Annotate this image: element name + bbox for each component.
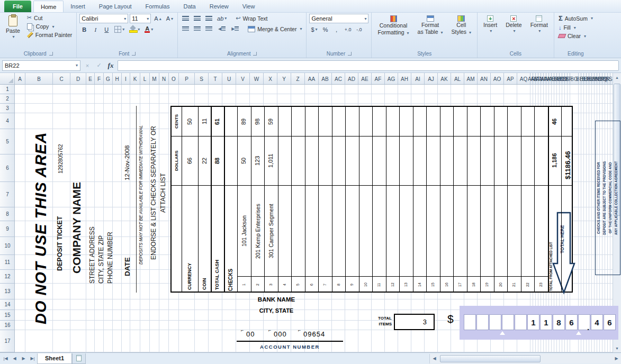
column-header-AI[interactable]: AI: [411, 73, 425, 85]
increase-decimal-button[interactable]: +.0: [343, 25, 353, 34]
percent-style-button[interactable]: %: [321, 25, 330, 34]
row-header-3[interactable]: 3: [0, 104, 15, 113]
row-header-10[interactable]: 10: [0, 237, 15, 255]
column-header-U[interactable]: U: [222, 73, 236, 85]
formula-input[interactable]: [118, 60, 619, 71]
merge-center-button[interactable]: Merge & Center▾: [246, 25, 303, 33]
column-header-Y[interactable]: Y: [277, 73, 291, 85]
number-format-combo[interactable]: General▾: [309, 14, 368, 23]
format-as-table-button[interactable]: Format as Table ▾: [415, 14, 446, 37]
cut-button[interactable]: ✂Cut: [25, 14, 74, 22]
row-header-12[interactable]: 12: [0, 270, 15, 284]
fill-button[interactable]: ↓Fill▾: [557, 24, 595, 31]
column-header-AE[interactable]: AE: [358, 73, 372, 85]
row-header-16[interactable]: 16: [0, 321, 15, 330]
column-header-AD[interactable]: AD: [345, 73, 358, 85]
column-header-A[interactable]: A: [15, 73, 25, 85]
comma-style-button[interactable]: ,: [332, 25, 341, 34]
previous-sheet-button[interactable]: ◀: [10, 354, 19, 363]
format-painter-button[interactable]: Format Painter: [25, 31, 74, 39]
cells-area[interactable]: [15, 85, 613, 352]
top-align-button[interactable]: [181, 14, 191, 23]
column-header-S[interactable]: S: [195, 73, 209, 85]
orientation-button[interactable]: ab▾: [215, 14, 228, 23]
row-header-9[interactable]: 9: [0, 221, 15, 237]
row-header-11[interactable]: 11: [0, 255, 15, 270]
row-header-8[interactable]: 8: [0, 207, 15, 221]
column-header-AK[interactable]: AK: [438, 73, 451, 85]
row-header-5[interactable]: 5: [0, 129, 15, 154]
column-header-V[interactable]: V: [236, 73, 250, 85]
row-header-4[interactable]: 4: [0, 113, 15, 129]
conditional-formatting-button[interactable]: Conditional Formatting ▾: [374, 14, 412, 38]
column-header-O[interactable]: O: [169, 73, 179, 85]
align-center-button[interactable]: [192, 24, 202, 33]
column-header-AN[interactable]: AN: [478, 73, 491, 85]
row-header-7[interactable]: 7: [0, 182, 15, 207]
middle-align-button[interactable]: [192, 14, 202, 23]
tab-review[interactable]: Review: [203, 1, 236, 12]
column-header-AM[interactable]: AM: [464, 73, 478, 85]
tab-page-layout[interactable]: Page Layout: [92, 1, 139, 12]
font-name-combo[interactable]: Calibri▾: [79, 14, 128, 23]
fill-color-button[interactable]: ▾: [128, 25, 141, 34]
column-header-X[interactable]: X: [264, 73, 277, 85]
column-header-B[interactable]: B: [25, 73, 53, 85]
font-color-button[interactable]: A▾: [143, 25, 155, 34]
paste-button[interactable]: Paste ▾: [3, 14, 23, 41]
align-left-button[interactable]: [181, 24, 191, 33]
column-header-AH[interactable]: AH: [398, 73, 411, 85]
increase-indent-button[interactable]: ▶: [229, 24, 240, 33]
horizontal-scroll-thumb[interactable]: [440, 355, 541, 362]
tab-formulas[interactable]: Formulas: [139, 1, 177, 12]
column-header-AC[interactable]: AC: [332, 73, 345, 85]
column-header-AG[interactable]: AG: [385, 73, 398, 85]
column-header-AO[interactable]: AO: [491, 73, 504, 85]
tab-data[interactable]: Data: [176, 1, 202, 12]
decrease-indent-button[interactable]: ◀: [215, 24, 227, 33]
insert-function-button[interactable]: fx: [106, 61, 115, 70]
tab-file[interactable]: File: [4, 1, 31, 12]
tab-view[interactable]: View: [236, 1, 262, 12]
scroll-down-button[interactable]: ▼: [613, 344, 621, 352]
column-header-T[interactable]: T: [209, 73, 222, 85]
format-cells-button[interactable]: Format ▾: [527, 14, 551, 35]
column-header-AF[interactable]: AF: [372, 73, 385, 85]
wrap-text-button[interactable]: ↩Wrap Text: [234, 14, 269, 22]
row-header-14[interactable]: 14: [0, 299, 15, 310]
number-dialog-launcher[interactable]: [348, 52, 352, 56]
column-header-N[interactable]: N: [159, 73, 169, 85]
vertical-scrollbar[interactable]: ▲ ▼: [613, 73, 621, 352]
column-header-I[interactable]: I: [122, 73, 130, 85]
column-header-AB[interactable]: AB: [319, 73, 332, 85]
select-all-corner[interactable]: [0, 73, 15, 85]
clipboard-dialog-launcher[interactable]: [49, 52, 53, 56]
accounting-format-button[interactable]: $▾: [309, 25, 319, 34]
increase-font-button[interactable]: A▴: [152, 14, 163, 23]
column-header-AJ[interactable]: AJ: [425, 73, 438, 85]
font-size-combo[interactable]: 11▾: [130, 14, 151, 23]
scroll-right-button[interactable]: ▶: [612, 354, 621, 363]
underline-button[interactable]: U: [102, 25, 111, 34]
column-header-Z[interactable]: Z: [291, 73, 305, 85]
row-header-15[interactable]: 15: [0, 310, 15, 321]
align-right-button[interactable]: [204, 24, 214, 33]
horizontal-scrollbar[interactable]: ◀ ▶: [429, 354, 621, 363]
column-header-E[interactable]: E: [86, 73, 95, 85]
autosum-button[interactable]: ΣAutoSum▾: [557, 14, 595, 23]
tab-home[interactable]: Home: [33, 1, 64, 12]
bottom-align-button[interactable]: [204, 14, 214, 23]
row-header-1[interactable]: 1: [0, 85, 15, 94]
column-header-M[interactable]: M: [150, 73, 159, 85]
clear-button[interactable]: Clear▾: [557, 32, 595, 40]
row-header-17[interactable]: 17: [0, 330, 15, 352]
tab-insert[interactable]: Insert: [64, 1, 92, 12]
bold-button[interactable]: B: [79, 25, 89, 34]
first-sheet-button[interactable]: |◀: [1, 354, 10, 363]
next-sheet-button[interactable]: ▶: [19, 354, 28, 363]
scroll-left-button[interactable]: ◀: [430, 354, 439, 363]
column-header-AP[interactable]: AP: [504, 73, 517, 85]
column-header-C[interactable]: C: [53, 73, 70, 85]
scroll-up-button[interactable]: ▲: [613, 73, 621, 81]
column-header-P[interactable]: P: [179, 73, 195, 85]
